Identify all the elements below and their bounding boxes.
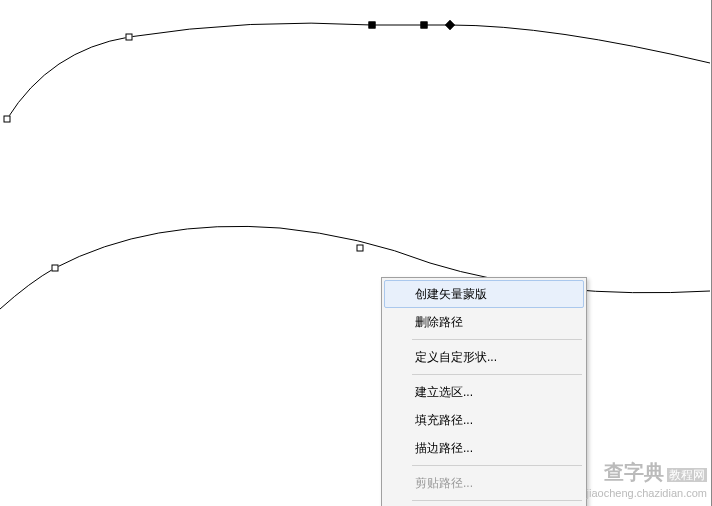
- upper-path-curve[interactable]: [7, 23, 710, 119]
- anchor-point[interactable]: [4, 116, 11, 123]
- menu-item-make-selection[interactable]: 建立选区...: [384, 378, 584, 406]
- anchor-point[interactable]: [126, 34, 133, 41]
- menu-separator: [412, 374, 582, 375]
- watermark-brand: 查字典: [604, 461, 664, 483]
- anchor-point[interactable]: [52, 265, 59, 272]
- menu-separator: [412, 500, 582, 501]
- lower-path-curve[interactable]: [0, 226, 710, 309]
- menu-item-delete-path[interactable]: 删除路径: [384, 308, 584, 336]
- menu-separator: [412, 465, 582, 466]
- path-context-menu: 创建矢量蒙版 删除路径 定义自定形状... 建立选区... 填充路径... 描边…: [381, 277, 587, 506]
- anchor-point-selected[interactable]: [369, 22, 376, 29]
- menu-item-define-custom-shape[interactable]: 定义自定形状...: [384, 343, 584, 371]
- menu-item-create-vector-mask[interactable]: 创建矢量蒙版: [384, 280, 584, 308]
- anchor-direction-point[interactable]: [445, 20, 455, 30]
- watermark: 查字典 教程网 jiaocheng.chazidian.com: [587, 458, 707, 501]
- menu-item-stroke-path[interactable]: 描边路径...: [384, 434, 584, 462]
- anchor-point-selected[interactable]: [421, 22, 428, 29]
- menu-item-clipping-path: 剪贴路径...: [384, 469, 584, 497]
- vector-path-canvas[interactable]: [0, 0, 712, 506]
- anchor-point[interactable]: [357, 245, 364, 252]
- watermark-url: jiaocheng.chazidian.com: [587, 486, 707, 501]
- menu-item-fill-path[interactable]: 填充路径...: [384, 406, 584, 434]
- watermark-section: 教程网: [667, 468, 707, 482]
- menu-separator: [412, 339, 582, 340]
